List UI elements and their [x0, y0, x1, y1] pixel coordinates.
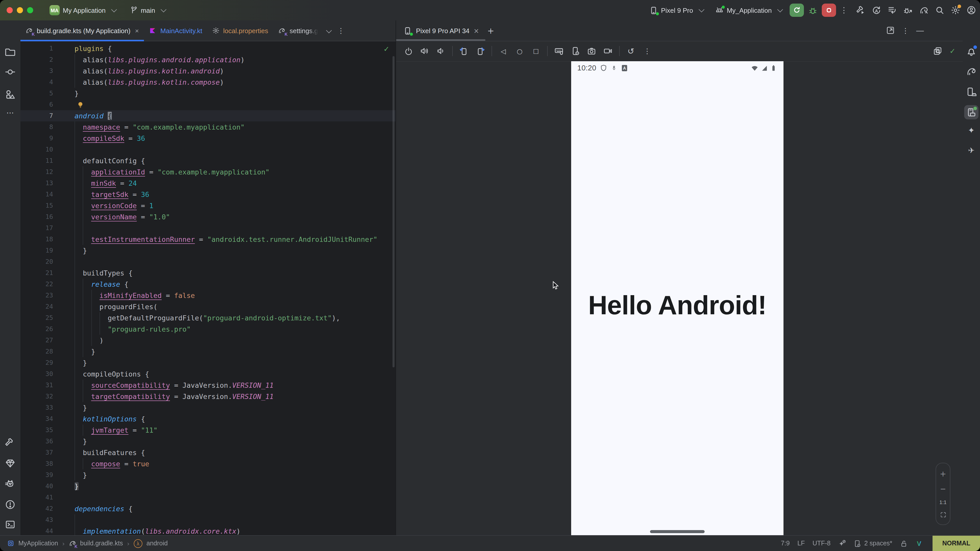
tab-mainactivity-kt[interactable]: MainActivity.kt: [144, 21, 207, 41]
reset-button[interactable]: ↺: [626, 46, 636, 56]
editor-scrollbar[interactable]: [393, 56, 395, 367]
tab-list-chevron-icon[interactable]: [326, 27, 332, 33]
code-line[interactable]: 19 }: [21, 245, 396, 256]
code-line[interactable]: 25 getDefaultProguardFile("proguard-andr…: [21, 312, 396, 324]
build-tool-button[interactable]: [5, 438, 15, 448]
minimize-window-button[interactable]: [17, 7, 23, 13]
code-line[interactable]: 41: [21, 492, 396, 503]
device-tab-label[interactable]: Pixel 9 Pro API 34: [416, 27, 469, 35]
ideavim-icon[interactable]: V: [915, 540, 923, 547]
code-line[interactable]: 2 alias(libs.plugins.android.application…: [21, 54, 396, 65]
code-line[interactable]: 33 }: [21, 402, 396, 413]
add-device-tab-button[interactable]: +: [487, 26, 494, 35]
code-line[interactable]: 8 namespace = "com.example.myapplication…: [21, 121, 396, 133]
layout-inspector-button[interactable]: [933, 46, 942, 56]
code-line[interactable]: 44 implementation(libs.androidx.core.ktx…: [21, 526, 396, 536]
code-line[interactable]: 20: [21, 256, 396, 267]
tab-settings-gradle[interactable]: K settings.g: [273, 21, 323, 41]
vcs-branch-widget[interactable]: main: [126, 4, 169, 16]
close-window-button[interactable]: [6, 7, 13, 13]
resource-manager-tool-button[interactable]: [5, 89, 15, 100]
gradle-sync-button[interactable]: [919, 6, 928, 15]
code-line[interactable]: 6: [21, 99, 396, 110]
project-widget[interactable]: MA My Application: [45, 3, 119, 17]
code-line[interactable]: 34 kotlinOptions {: [21, 413, 396, 424]
code-line[interactable]: 1plugins {: [21, 43, 396, 54]
code-line[interactable]: 3 alias(libs.plugins.kotlin.android): [21, 65, 396, 76]
build-button[interactable]: [856, 6, 865, 15]
inspections-ok-icon[interactable]: ✓: [383, 45, 390, 53]
code-line[interactable]: 42dependencies {: [21, 503, 396, 514]
device-settings-button[interactable]: [571, 46, 580, 56]
device-selector[interactable]: Pixel 9 Pro: [645, 4, 707, 17]
code-line[interactable]: 38 compose = true: [21, 458, 396, 469]
problems-tool-button[interactable]: [5, 499, 15, 510]
running-devices-tool-button-selected[interactable]: [964, 105, 978, 119]
code-line[interactable]: 29 }: [21, 357, 396, 368]
search-everywhere-button[interactable]: [935, 6, 944, 15]
close-tab-icon[interactable]: ×: [135, 27, 139, 35]
code-line[interactable]: 31 sourceCompatibility = JavaVersion.VER…: [21, 380, 396, 391]
open-in-window-icon[interactable]: [886, 26, 895, 35]
intention-bulb-icon[interactable]: [76, 100, 84, 108]
logcat-tool-button[interactable]: [5, 479, 15, 489]
code-line[interactable]: 15 versionCode = 1: [21, 200, 396, 211]
file-writable-icon[interactable]: [900, 540, 907, 547]
editor-options-kebab[interactable]: ⋮: [337, 27, 345, 41]
run-options-kebab[interactable]: ⋮: [840, 6, 848, 15]
zoom-in-button[interactable]: +: [940, 469, 946, 478]
rotate-left-button[interactable]: [460, 46, 469, 56]
code-line[interactable]: 17: [21, 222, 396, 233]
code-line[interactable]: 5}: [21, 88, 396, 99]
hardware-input-button[interactable]: [554, 46, 563, 56]
rerun-button[interactable]: [790, 3, 804, 17]
code-line[interactable]: 22 release {: [21, 279, 396, 290]
app-quality-insights-tool-button[interactable]: [5, 458, 15, 468]
emulator-screen[interactable]: 10:20 A Hello Android!: [571, 61, 783, 536]
zoom-reset-button[interactable]: 1:1: [939, 499, 947, 505]
tab-build-gradle-kts[interactable]: K build.gradle.kts (My Application) ×: [21, 21, 144, 41]
gradle-tool-button[interactable]: [966, 66, 977, 76]
code-line[interactable]: 10: [21, 144, 396, 155]
hide-panel-icon[interactable]: —: [916, 26, 924, 35]
code-line[interactable]: 23 isMinifyEnabled = false: [21, 290, 396, 301]
code-editor[interactable]: 1plugins {2 alias(libs.plugins.android.a…: [21, 41, 396, 536]
close-device-tab-icon[interactable]: ×: [474, 27, 479, 35]
run-configuration-selector[interactable]: My_Application: [711, 4, 786, 17]
commit-tool-button[interactable]: [5, 67, 15, 77]
attach-debugger-button[interactable]: [904, 6, 913, 15]
screen-record-button[interactable]: [603, 46, 612, 56]
apply-code-changes-button[interactable]: [888, 6, 897, 15]
more-tool-windows-button[interactable]: ⋯: [5, 108, 15, 118]
device-options-kebab[interactable]: ⋮: [642, 46, 652, 56]
zoom-window-button[interactable]: [27, 7, 33, 13]
file-encoding[interactable]: UTF-8: [813, 540, 831, 547]
code-line[interactable]: 24 proguardFiles(: [21, 301, 396, 312]
code-line[interactable]: 16 versionName = "1.0": [21, 211, 396, 222]
code-line[interactable]: 36 }: [21, 436, 396, 447]
code-line[interactable]: 18 testInstrumentationRunner = "androidx…: [21, 233, 396, 245]
breadcrumb-file[interactable]: build.gradle.kts: [80, 540, 123, 547]
panel-options-kebab[interactable]: ⋮: [902, 26, 909, 35]
vim-mode-badge[interactable]: NORMAL: [932, 536, 980, 551]
zoom-out-button[interactable]: −: [940, 485, 946, 493]
power-button[interactable]: [404, 47, 413, 56]
code-line[interactable]: 39 }: [21, 469, 396, 481]
code-line[interactable]: 40}: [21, 481, 396, 492]
volume-down-button[interactable]: [436, 46, 445, 56]
code-line[interactable]: 27 ): [21, 335, 396, 346]
terminal-tool-button[interactable]: [5, 519, 15, 530]
code-line[interactable]: 9 compileSdk = 36: [21, 133, 396, 144]
code-line[interactable]: 12 applicationId = "com.example.myapplic…: [21, 166, 396, 178]
tab-local-properties[interactable]: local.properties: [207, 21, 273, 41]
zoom-to-fit-button[interactable]: [939, 511, 947, 518]
code-line[interactable]: 43: [21, 514, 396, 526]
debug-button[interactable]: [808, 5, 818, 15]
code-line[interactable]: 37 buildFeatures {: [21, 447, 396, 458]
breadcrumb-project[interactable]: MyApplication: [18, 540, 58, 547]
back-button[interactable]: ◁: [498, 46, 508, 56]
code-line[interactable]: 4 alias(libs.plugins.kotlin.compose): [21, 76, 396, 88]
line-separator[interactable]: LF: [797, 540, 805, 547]
code-line[interactable]: 11 defaultConfig {: [21, 155, 396, 166]
code-line[interactable]: 32 targetCompatibility = JavaVersion.VER…: [21, 391, 396, 402]
